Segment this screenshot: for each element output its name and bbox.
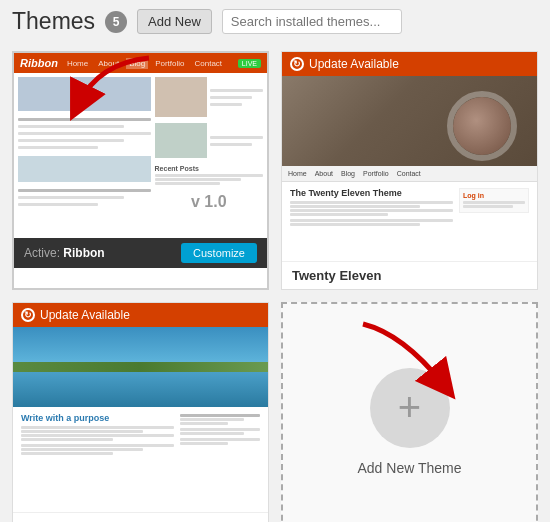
te-sidebar-title: Log in — [463, 192, 525, 199]
fc — [21, 438, 113, 441]
ribbon-nav: Home About Blog Portfolio Contact — [64, 58, 225, 69]
fc — [290, 205, 420, 208]
fc — [290, 213, 388, 216]
ribbon-nav-port: Portfolio — [152, 58, 187, 69]
ribbon-text-2 — [18, 186, 151, 209]
fc — [210, 143, 252, 146]
ribbon-right-mid — [155, 123, 263, 158]
tt-ocean — [13, 372, 268, 407]
fc — [180, 414, 260, 417]
twenty-eleven-label: Twenty Eleven — [282, 261, 537, 289]
fc — [290, 201, 453, 204]
fc — [21, 452, 113, 455]
update-icon-eleven: ↻ — [290, 57, 304, 71]
add-new-theme-label: Add New Theme — [357, 460, 461, 476]
theme-card-ribbon[interactable]: Ribbon Home About Blog Portfolio Contact… — [12, 51, 269, 290]
ribbon-left — [18, 77, 151, 209]
fc — [180, 442, 228, 445]
update-label-eleven: Update Available — [309, 57, 399, 71]
fc-group — [290, 219, 453, 226]
fc — [180, 438, 260, 441]
search-input[interactable] — [222, 9, 402, 34]
theme-card-twenty-twelve[interactable]: ↻ Update Available Write with a purpose — [12, 302, 269, 522]
fc — [18, 203, 98, 206]
update-header-eleven: ↻ Update Available — [282, 52, 537, 76]
fc-group3 — [180, 428, 260, 435]
add-new-theme-card[interactable]: + Add New Theme — [281, 302, 538, 522]
ribbon-fake-img-2 — [18, 156, 151, 182]
te-content: The Twenty Eleven Theme Log in — [282, 182, 537, 233]
te-nav-bar: Home About Blog Portfolio Contact — [282, 166, 537, 182]
active-label: Active: Ribbon — [24, 246, 105, 260]
te-main-text: The Twenty Eleven Theme — [290, 188, 453, 227]
ribbon-text-1 — [18, 115, 151, 152]
ribbon-nav-about: About — [95, 58, 122, 69]
te-nav-home: Home — [288, 170, 307, 177]
customize-button[interactable]: Customize — [181, 243, 257, 263]
ribbon-active-bar: Active: Ribbon Customize — [14, 238, 267, 268]
te-gear-inner — [453, 97, 511, 155]
ribbon-live-badge: LIVE — [238, 59, 261, 68]
ribbon-logo: Ribbon — [20, 57, 58, 69]
tt-heading: Write with a purpose — [21, 413, 174, 423]
te-content-title: The Twenty Eleven Theme — [290, 188, 453, 198]
fc — [155, 182, 220, 185]
ribbon-fake-img-1 — [18, 77, 151, 111]
fc — [18, 139, 124, 142]
add-new-circle: + — [370, 368, 450, 448]
version-badge: v 1.0 — [155, 193, 263, 211]
fc-group4 — [180, 438, 260, 445]
fc — [210, 89, 263, 92]
fc — [18, 118, 151, 121]
plus-icon: + — [398, 385, 421, 430]
te-nav-about: About — [315, 170, 333, 177]
ribbon-nav-home: Home — [64, 58, 91, 69]
te-hero — [282, 76, 537, 166]
fc — [21, 444, 174, 447]
fc — [180, 428, 260, 431]
fake-text-sm2 — [210, 123, 263, 158]
fc — [463, 205, 513, 208]
fc — [155, 174, 263, 177]
ribbon-nav-blog: Blog — [126, 58, 148, 69]
recent-posts-label: Recent Posts — [155, 165, 263, 172]
ribbon-body: Recent Posts v 1.0 — [14, 73, 267, 213]
te-nav-portfolio: Portfolio — [363, 170, 389, 177]
themes-grid: Ribbon Home About Blog Portfolio Contact… — [0, 43, 550, 522]
fc — [18, 146, 98, 149]
fc — [290, 209, 453, 212]
tt-main: Write with a purpose — [21, 413, 174, 456]
theme-card-twenty-eleven[interactable]: ↻ Update Available Home About Blog Portf… — [281, 51, 538, 290]
twenty-eleven-preview: Home About Blog Portfolio Contact The Tw… — [282, 76, 537, 261]
fc — [21, 430, 143, 433]
ribbon-preview: Ribbon Home About Blog Portfolio Contact… — [14, 53, 267, 238]
fc — [210, 136, 263, 139]
fc — [210, 96, 252, 99]
fc — [21, 426, 174, 429]
page-title: Themes — [12, 8, 95, 35]
fc-group2 — [21, 444, 174, 455]
fc — [18, 189, 151, 192]
twenty-twelve-preview: Write with a purpose — [13, 327, 268, 512]
ribbon-topbar: Ribbon Home About Blog Portfolio Contact… — [14, 53, 267, 73]
tt-content: Write with a purpose — [13, 407, 268, 462]
fc — [180, 422, 228, 425]
add-new-button[interactable]: Add New — [137, 9, 212, 34]
fc — [180, 432, 244, 435]
update-icon-twelve: ↻ — [21, 308, 35, 322]
ribbon-recent-posts: Recent Posts — [155, 165, 263, 186]
ribbon-right-top — [155, 77, 263, 117]
page-header: Themes 5 Add New — [0, 0, 550, 43]
fake-img-sm2 — [155, 123, 208, 158]
fc — [18, 125, 124, 128]
fc — [18, 132, 151, 135]
fc — [290, 219, 453, 222]
te-nav-contact: Contact — [397, 170, 421, 177]
update-header-twelve: ↻ Update Available — [13, 303, 268, 327]
fake-text-sm — [210, 77, 263, 117]
fc — [210, 103, 242, 106]
te-sidebar-widget: Log in — [459, 188, 529, 213]
twenty-twelve-label: Twenty Twelve — [13, 512, 268, 522]
fc — [180, 418, 244, 421]
tt-sidebar — [180, 413, 260, 456]
